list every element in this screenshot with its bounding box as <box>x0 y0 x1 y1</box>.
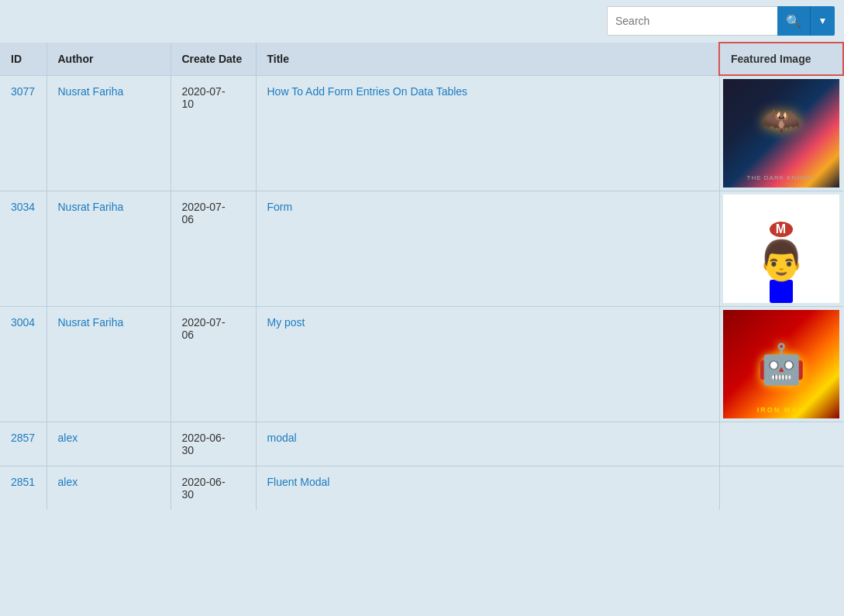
cell-featured-image <box>719 466 843 511</box>
cell-featured-image <box>719 75 843 191</box>
cell-featured-image <box>719 307 843 422</box>
cell-create-date: 2020-06-30 <box>171 422 256 466</box>
table-row: 3077Nusrat Fariha2020-07-10How To Add Fo… <box>0 75 843 191</box>
mario-body <box>770 280 793 303</box>
column-header-create-date: Create Date <box>171 43 256 75</box>
id-link[interactable]: 2857 <box>11 432 35 444</box>
column-header-featured-image: Featured Image <box>719 43 843 75</box>
cell-title: modal <box>256 422 719 466</box>
cell-id: 3034 <box>0 191 47 307</box>
id-link[interactable]: 2851 <box>11 476 35 488</box>
cell-create-date: 2020-07-06 <box>171 191 256 307</box>
column-header-author: Author <box>47 43 171 75</box>
cell-title: Fluent Modal <box>256 466 719 511</box>
author-link[interactable]: alex <box>58 476 78 488</box>
cell-title: Form <box>256 191 719 307</box>
search-icon: 🔍 <box>786 14 801 29</box>
search-dropdown-button[interactable]: ▼ <box>810 6 835 36</box>
mario-hat-letter: M <box>776 223 786 236</box>
author-link[interactable]: Nusrat Fariha <box>58 85 124 98</box>
cell-create-date: 2020-07-10 <box>171 75 256 191</box>
author-link[interactable]: Nusrat Fariha <box>58 201 124 213</box>
cell-author: Nusrat Fariha <box>47 75 171 191</box>
cell-author: alex <box>47 466 171 511</box>
title-link[interactable]: My post <box>267 316 305 329</box>
cell-create-date: 2020-07-06 <box>171 307 256 422</box>
featured-image-dark-knight <box>723 79 839 188</box>
chevron-down-icon: ▼ <box>818 15 828 26</box>
mario-figure: M 👨 <box>757 194 805 303</box>
data-table: ID Author Create Date Title Featured Ima… <box>0 42 844 510</box>
cell-featured-image <box>719 422 843 466</box>
title-link[interactable]: How To Add Form Entries On Data Tables <box>267 85 468 98</box>
cell-title: How To Add Form Entries On Data Tables <box>256 75 719 191</box>
cell-id: 3077 <box>0 75 47 191</box>
cell-author: Nusrat Fariha <box>47 191 171 307</box>
table-row: 3004Nusrat Fariha2020-07-06My post <box>0 307 843 422</box>
search-button[interactable]: 🔍 <box>777 6 810 36</box>
column-header-id: ID <box>0 43 47 75</box>
table-row: 3034Nusrat Fariha2020-07-06Form M 👨 <box>0 191 843 307</box>
top-bar: 🔍 ▼ <box>0 0 844 42</box>
mario-emoji: 👨 <box>757 241 805 280</box>
cell-featured-image: M 👨 <box>719 191 843 307</box>
cell-id: 2851 <box>0 466 47 511</box>
author-link[interactable]: alex <box>58 432 78 444</box>
id-link[interactable]: 3004 <box>11 316 35 329</box>
search-container: 🔍 ▼ <box>607 6 835 36</box>
cell-title: My post <box>256 307 719 422</box>
search-input[interactable] <box>607 6 777 36</box>
cell-author: Nusrat Fariha <box>47 307 171 422</box>
featured-image-mario: M 👨 <box>723 194 839 303</box>
title-link[interactable]: modal <box>267 432 297 444</box>
title-link[interactable]: Form <box>267 201 293 213</box>
cell-id: 2857 <box>0 422 47 466</box>
table-row: 2857alex2020-06-30modal <box>0 422 843 466</box>
author-link[interactable]: Nusrat Fariha <box>58 316 124 329</box>
cell-create-date: 2020-06-30 <box>171 466 256 511</box>
table-row: 2851alex2020-06-30Fluent Modal <box>0 466 843 511</box>
cell-id: 3004 <box>0 307 47 422</box>
column-header-title: Title <box>256 43 719 75</box>
table-header-row: ID Author Create Date Title Featured Ima… <box>0 43 843 75</box>
title-link[interactable]: Fluent Modal <box>267 476 330 488</box>
id-link[interactable]: 3034 <box>11 201 35 213</box>
cell-author: alex <box>47 422 171 466</box>
id-link[interactable]: 3077 <box>11 85 35 98</box>
featured-image-iron-man <box>723 310 839 418</box>
table-wrapper: ID Author Create Date Title Featured Ima… <box>0 42 844 510</box>
